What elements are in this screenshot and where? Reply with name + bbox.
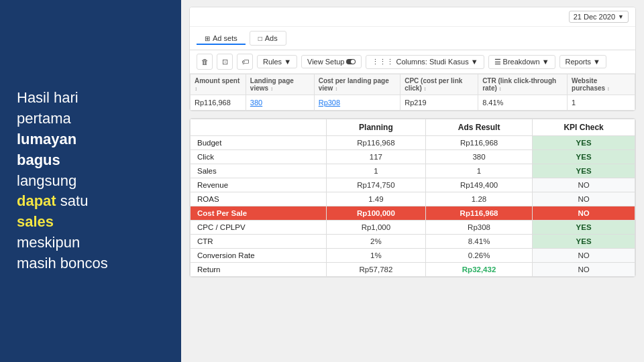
summary-row-label: Click	[191, 150, 327, 164]
cell-cost-per-lpv[interactable]: Rp308	[314, 95, 400, 111]
summary-row-planning: Rp100,000	[326, 206, 425, 221]
ads-icon: □	[258, 35, 262, 42]
table-row: Rp116,968 380 Rp308 Rp219 8.41% 1	[191, 95, 635, 111]
columns-icon: ⋮⋮⋮	[372, 58, 394, 66]
summary-row-planning: 1	[326, 164, 425, 178]
view-setup-label: View Setup	[307, 58, 344, 66]
sort-icon-6: ↕	[607, 86, 610, 92]
summary-row-label: Cost Per Sale	[191, 206, 327, 221]
left-panel: Hasil hari pertama lumayan bagus langsun…	[0, 0, 181, 362]
summary-row-planning: 2%	[326, 235, 425, 249]
delete-button[interactable]: 🗑	[197, 54, 213, 70]
summary-row-ads-result: 1.28	[425, 192, 532, 206]
sort-icon: ↕	[195, 86, 197, 92]
tab-ads-label: Ads	[265, 34, 278, 42]
cell-website-purchases: 1	[568, 95, 635, 111]
cell-landing-page-views[interactable]: 380	[246, 95, 314, 111]
columns-chevron-icon: ▼	[471, 58, 478, 66]
summary-row-planning: 1.49	[326, 192, 425, 206]
summary-row-kpi: NO	[533, 192, 635, 206]
columns-label: Columns: Studi Kasus	[396, 58, 468, 66]
summary-row-label: CTR	[191, 235, 327, 249]
date-selector[interactable]: 21 Dec 2020 ▼	[569, 11, 629, 23]
summary-row-planning: Rp57,782	[326, 263, 425, 277]
tab-ad-sets[interactable]: ⊞ Ad sets	[197, 32, 246, 45]
tag-button[interactable]: 🏷	[237, 54, 253, 70]
summary-row-kpi: YES	[533, 136, 635, 150]
rules-button[interactable]: Rules ▼	[257, 55, 297, 68]
summary-row: Conversion Rate 1% 0.26% NO	[191, 249, 635, 263]
summary-row-planning: Rp174,750	[326, 178, 425, 192]
line1: Hasil hari	[17, 89, 78, 106]
summary-row-ads-result: 0.26%	[425, 249, 532, 263]
col-amount-spent: Amount spent ↕	[191, 74, 246, 95]
summary-row-label: Revenue	[191, 178, 327, 192]
columns-button[interactable]: ⋮⋮⋮ Columns: Studi Kasus ▼	[366, 55, 484, 69]
toggle-icon	[346, 59, 356, 64]
duplicate-button[interactable]: ⊡	[217, 54, 233, 70]
sort-icon-3: ↕	[335, 86, 337, 92]
summary-row-label: Conversion Rate	[191, 249, 327, 263]
ads-data-table: Amount spent ↕ Landing page views ↕ Cost…	[190, 74, 635, 111]
tab-ad-sets-label: Ad sets	[213, 34, 237, 42]
cell-ctr: 8.41%	[478, 95, 568, 111]
summary-header-ads-result: Ads Result	[425, 119, 532, 136]
summary-row-label: Sales	[191, 164, 327, 178]
summary-row: Cost Per Sale Rp100,000 Rp116,968 NO	[191, 206, 635, 221]
left-text: Hasil hari pertama lumayan bagus langsun…	[17, 88, 108, 274]
summary-row-ads-result: 380	[425, 150, 532, 164]
toolbar-row: 🗑 ⊡ 🏷 Rules ▼ View Setup ⋮⋮⋮ Columns: St…	[190, 50, 635, 74]
cell-amount-spent: Rp116,968	[191, 95, 246, 111]
summary-row: Sales 1 1 YES	[191, 164, 635, 178]
col-cost-per-lpv: Cost per landing page view ↕	[314, 74, 400, 95]
col-ctr: CTR (link click-through rate) ↕	[478, 74, 568, 95]
summary-header-kpi-check: KPI Check	[533, 119, 635, 136]
view-setup-button[interactable]: View Setup	[301, 55, 362, 68]
sort-icon-4: ↕	[424, 86, 427, 92]
tabs-row: ⊞ Ad sets □ Ads	[190, 27, 635, 50]
breakdown-button[interactable]: ☰ Breakdown ▼	[488, 55, 555, 69]
summary-header-label	[191, 119, 327, 136]
summary-row-kpi: NO	[533, 178, 635, 192]
tab-ads[interactable]: □ Ads	[250, 31, 286, 46]
line6-post: satu	[60, 192, 89, 209]
cell-cpc: Rp219	[400, 95, 478, 111]
line8: meskipun	[17, 234, 80, 251]
summary-row-label: Return	[191, 263, 327, 277]
breakdown-chevron-icon: ▼	[542, 58, 549, 66]
summary-header-planning: Planning	[326, 119, 425, 136]
line2: pertama	[17, 110, 71, 127]
summary-row-label: Budget	[191, 136, 327, 150]
summary-row: Revenue Rp174,750 Rp149,400 NO	[191, 178, 635, 192]
reports-label: Reports	[566, 58, 592, 66]
summary-row-kpi: YES	[533, 235, 635, 249]
line5: langsung	[17, 172, 76, 189]
reports-chevron-icon: ▼	[593, 58, 600, 66]
breakdown-icon: ☰	[494, 58, 501, 66]
summary-row-label: ROAS	[191, 192, 327, 206]
summary-section: Planning Ads Result KPI Check Budget Rp1…	[189, 118, 636, 278]
summary-row-kpi: NO	[533, 249, 635, 263]
breakdown-label: Breakdown	[503, 58, 540, 66]
line7-yellow: sales	[17, 213, 54, 230]
summary-row: Budget Rp116,968 Rp116,968 YES	[191, 136, 635, 150]
summary-row-ads-result: 1	[425, 164, 532, 178]
summary-row: Click 117 380 YES	[191, 150, 635, 164]
summary-row-kpi: YES	[533, 221, 635, 235]
summary-row-ads-result: Rp32,432	[425, 263, 532, 277]
rules-label: Rules	[263, 58, 282, 66]
ad-sets-icon: ⊞	[205, 35, 210, 42]
right-panel: 21 Dec 2020 ▼ ⊞ Ad sets □ Ads 🗑 ⊡ 🏷 Rule…	[181, 0, 644, 362]
reports-button[interactable]: Reports ▼	[559, 55, 606, 68]
summary-row-kpi: YES	[533, 164, 635, 178]
line6-yellow: dapat	[17, 192, 56, 209]
summary-row: CTR 2% 8.41% YES	[191, 235, 635, 249]
line9: masih boncos	[17, 255, 108, 272]
summary-row-planning: Rp1,000	[326, 221, 425, 235]
chevron-down-icon: ▼	[618, 13, 624, 20]
date-bar: 21 Dec 2020 ▼	[190, 7, 635, 27]
col-landing-page-views: Landing page views ↕	[246, 74, 314, 95]
summary-row: Return Rp57,782 Rp32,432 NO	[191, 263, 635, 277]
ads-result-green: Rp32,432	[462, 265, 496, 274]
summary-row-planning: 117	[326, 150, 425, 164]
